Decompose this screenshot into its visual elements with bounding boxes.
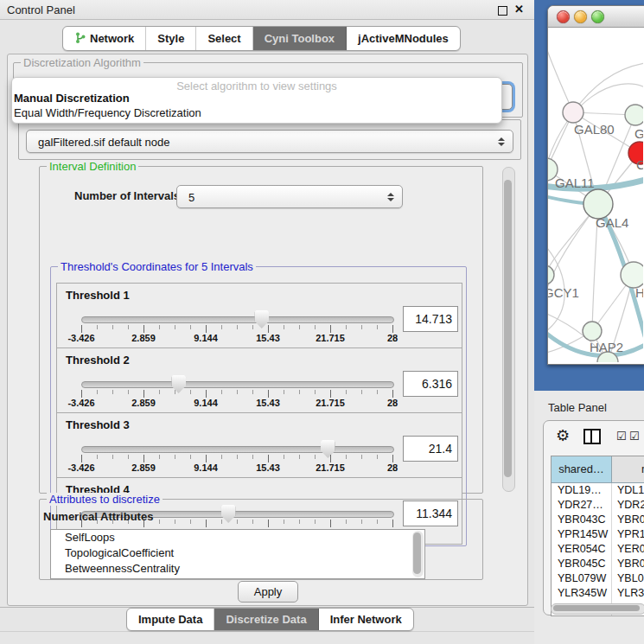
table-data-combobox[interactable]: galFiltered.sif default node [26,130,513,153]
close-icon[interactable]: ✕ [514,3,524,16]
threshold-1-slider[interactable] [81,316,394,323]
table-row[interactable]: YBR043C YBR0 [552,513,644,527]
cell[interactable]: YPR1 [612,527,644,542]
node-hap2[interactable] [583,322,602,341]
network-canvas[interactable]: GAL80 G C GAL11 GAL4 GCY1 H HAP2 [548,27,643,362]
combo-stepper-icon [498,137,505,146]
numerical-attributes-list[interactable]: SelfLoops TopologicalCoefficient Between… [50,529,425,579]
slider-scale: -3.426 2.859 9.144 15.43 21.715 28 [81,462,392,473]
table-horizontal-scrollbar[interactable] [551,603,644,615]
threshold-2-value-field[interactable]: 6.316 [403,371,458,397]
thresholds-group-label: Threshold's Coordinates for 5 Intervals [58,260,256,273]
list-item[interactable]: TopologicalCoefficient [51,545,424,561]
scrollbar-thumb[interactable] [553,605,640,611]
scrollbar-thumb[interactable] [413,532,421,574]
num-intervals-combobox[interactable]: 5 [176,185,403,208]
close-traffic-light-icon[interactable] [557,10,570,23]
cell[interactable]: YDL1 [612,483,644,498]
interval-definition-label: Interval Definition [47,160,138,173]
table-row[interactable]: YBR045C YBR0 [552,557,644,571]
tick-label: 9.144 [194,462,218,473]
cell[interactable]: YBL0 [612,571,644,586]
cell[interactable]: YBR0 [612,513,644,527]
cell[interactable]: YER054C [552,542,612,557]
tab-label: Network [90,32,134,45]
tab-label: Style [157,32,184,45]
cell[interactable]: YLR3 [612,586,644,601]
node-gal4[interactable] [583,189,613,219]
threshold-3-value-field[interactable]: 21.4 [403,436,458,462]
zoom-traffic-light-icon[interactable] [591,10,604,23]
cell[interactable]: YBL079W [552,571,612,586]
tick-label: 21.715 [316,398,345,408]
cell[interactable]: YBR0 [612,557,644,571]
combo-stepper-icon [387,193,394,201]
threshold-1-panel: Threshold 1 -3.426 2.859 9.144 15.43 21.… [56,283,462,350]
network-nodes[interactable] [548,102,643,362]
tab-discretize-data[interactable]: Discretize Data [214,609,318,630]
cell[interactable]: YBR045C [552,557,612,571]
num-intervals-label: Number of Intervals [74,189,180,202]
table-row[interactable]: YER054C YER0 [552,542,644,557]
threshold-2-slider[interactable] [81,381,394,388]
cell[interactable]: YER0 [612,542,644,557]
gear-icon[interactable]: ⚙ [556,426,570,445]
tick-label: 9.144 [194,398,218,408]
network-window-titlebar[interactable] [548,6,644,28]
apply-button[interactable]: Apply [238,581,298,603]
control-panel: Control Panel ✕ Network Style Select Cyn… [0,0,534,644]
tab-network[interactable]: Network [63,27,146,50]
tab-impute-data[interactable]: Impute Data [127,609,214,630]
threshold-2-label: Threshold 2 [66,354,130,367]
node-attribute-table[interactable]: shared… na YDL19… YDL1 YDR27… YDR2 YBR04… [551,456,644,616]
node-partial-top-right[interactable] [625,105,643,125]
table-row[interactable]: YBL079W YBL0 [552,571,644,586]
node-label-gal4: GAL4 [596,215,628,230]
scrollbar-thumb[interactable] [504,180,512,477]
node-gal80[interactable] [563,102,583,123]
tick-label: 9.144 [194,333,218,343]
tick-label: 28 [387,398,398,408]
node-label-hap2: HAP2 [590,340,623,354]
desktop-background: GAL80 G C GAL11 GAL4 GCY1 H HAP2 [534,0,644,391]
float-icon[interactable] [498,6,507,16]
panel-vertical-scrollbar[interactable] [502,167,515,492]
tab-label: Discretize Data [226,613,306,626]
cell[interactable]: YDR2 [612,498,644,513]
tick-label: 15.43 [256,333,280,343]
attributes-group: Attributes to discretize Numerical Attri… [39,499,483,580]
cell[interactable]: YPR145W [552,527,612,542]
table-row[interactable]: YDL19… YDL1 [552,483,644,498]
cell[interactable]: YDL19… [552,483,612,498]
threshold-3-slider[interactable] [81,446,394,453]
list-item[interactable]: BetweennessCentrality [51,561,424,577]
table-row[interactable]: YDR27… YDR2 [552,498,644,513]
minimize-traffic-light-icon[interactable] [574,10,587,23]
algorithm-option-manual[interactable]: Manual Discretization [14,92,130,105]
table-row[interactable]: YPR145W YPR1 [552,527,644,542]
tab-style[interactable]: Style [146,27,196,50]
slider-ticks [81,390,393,398]
cell[interactable]: YBR043C [552,513,612,527]
column-header-name[interactable]: na [612,456,644,482]
cell[interactable]: YDR27… [552,498,612,513]
tab-jactivemnodules[interactable]: jActiveMNodules [347,27,460,50]
column-header-shared-name[interactable]: shared… [552,456,612,482]
node-gcy1[interactable] [548,265,554,284]
algorithm-option-equal-width[interactable]: Equal Width/Frequency Discretization [14,106,201,119]
tab-select[interactable]: Select [196,27,252,50]
node-right-mid[interactable] [621,262,643,288]
list-vertical-scrollbar[interactable] [412,531,424,577]
algorithm-dropdown-popup: Select algorithm to view settings Manual… [11,77,502,124]
tab-cyni-toolbox[interactable]: Cyni Toolbox [253,27,347,50]
threshold-3-label: Threshold 3 [66,418,130,431]
table-row[interactable]: YLR345W YLR3 [552,586,644,601]
cell[interactable]: YLR345W [552,586,612,601]
tab-infer-network[interactable]: Infer Network [319,609,413,630]
checkbox-icon[interactable]: ☑ [629,430,640,443]
split-columns-icon[interactable] [583,429,601,444]
divider [0,631,534,632]
checkbox-icon[interactable]: ☑ [616,430,627,443]
threshold-1-value-field[interactable]: 14.713 [403,306,458,332]
list-item[interactable]: SelfLoops [51,530,424,545]
